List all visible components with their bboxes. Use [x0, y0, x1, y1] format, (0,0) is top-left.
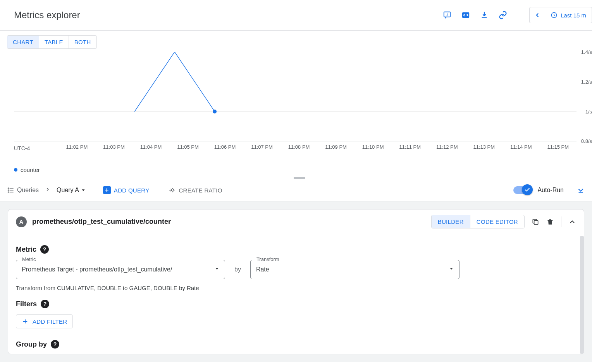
- download-icon[interactable]: [479, 10, 490, 21]
- y-tick: 1.4/s: [581, 49, 592, 55]
- svg-rect-18: [534, 220, 538, 224]
- legend-label: counter: [21, 167, 40, 173]
- auto-run-label: Auto-Run: [537, 187, 564, 194]
- metric-select[interactable]: Prometheus Target - prometheus/otlp_test…: [16, 260, 225, 279]
- chart-line: [14, 52, 577, 141]
- time-range-selector[interactable]: Last 15 m: [545, 7, 592, 23]
- queries-breadcrumb[interactable]: Queries: [7, 186, 39, 194]
- add-filter-button[interactable]: ADD FILTER: [16, 314, 73, 328]
- panel-title: A prometheus/otlp_test_cumulative/counte…: [16, 216, 171, 227]
- page-title: Metrics explorer: [14, 10, 80, 21]
- x-tick: 11:10 PM: [355, 144, 392, 150]
- collapse-icon[interactable]: [568, 218, 576, 226]
- x-tick: 11:12 PM: [429, 144, 466, 150]
- builder-option[interactable]: BUILDER: [432, 215, 470, 228]
- metric-section-label: Metric: [16, 246, 36, 254]
- time-range-label: Last 15 m: [561, 12, 586, 19]
- x-tick: 11:07 PM: [243, 144, 281, 150]
- active-query-dropdown[interactable]: Query A: [57, 187, 86, 194]
- query-badge: A: [16, 216, 27, 227]
- tab-table[interactable]: TABLE: [39, 36, 69, 48]
- auto-run-toggle[interactable]: [513, 186, 531, 194]
- x-tick: 11:04 PM: [133, 144, 170, 150]
- svg-point-13: [8, 188, 9, 189]
- add-filter-label: ADD FILTER: [33, 318, 67, 325]
- y-tick: 1.2/s: [581, 79, 592, 85]
- transform-select[interactable]: Rate: [250, 260, 459, 279]
- filters-section-label: Filters: [16, 300, 37, 308]
- svg-point-2: [447, 15, 447, 16]
- editor-mode-segment: BUILDER CODE EDITOR: [431, 215, 525, 228]
- chevron-right-icon: [45, 187, 50, 194]
- x-tick: 11:09 PM: [317, 144, 355, 150]
- svg-rect-4: [482, 17, 487, 18]
- chart-canvas: 1.4/s 1.2/s 1/s 0.8/s UTC-4 11:02 PM 11:…: [7, 52, 592, 153]
- svg-marker-16: [82, 189, 84, 191]
- x-tick: 11:13 PM: [465, 144, 503, 150]
- add-query-button[interactable]: + ADD QUERY: [100, 186, 153, 194]
- code-editor-option[interactable]: CODE EDITOR: [470, 215, 524, 228]
- svg-marker-20: [450, 268, 453, 270]
- link-icon[interactable]: [497, 10, 508, 21]
- collapse-all-icon[interactable]: [577, 186, 585, 194]
- x-tick: 11:03 PM: [95, 144, 133, 150]
- group-by-section-label: Group by: [16, 340, 47, 349]
- x-tick: 11:02 PM: [59, 144, 96, 150]
- chevron-down-icon: [214, 266, 220, 273]
- transform-field-label: Transform: [254, 256, 282, 262]
- x-tick: 11:11 PM: [391, 144, 429, 150]
- create-ratio-label: CREATE RATIO: [179, 187, 222, 194]
- chart-legend: counter: [7, 167, 592, 173]
- delete-icon[interactable]: [546, 218, 554, 226]
- panel-title-text: prometheus/otlp_test_cumulative/counter: [32, 218, 171, 226]
- y-tick: 1/s: [585, 109, 592, 115]
- x-tick: 11:05 PM: [169, 144, 207, 150]
- tab-both[interactable]: BOTH: [69, 36, 96, 48]
- by-label: by: [234, 266, 241, 273]
- header-actions: Last 15 m: [442, 7, 592, 23]
- svg-point-15: [8, 192, 9, 192]
- svg-point-6: [213, 110, 217, 113]
- divider: [570, 185, 570, 196]
- plus-icon: +: [103, 186, 111, 194]
- x-tick: 11:15 PM: [540, 144, 577, 150]
- feedback-icon[interactable]: [442, 10, 453, 21]
- legend-dot: [14, 168, 17, 172]
- tab-chart[interactable]: CHART: [7, 36, 39, 48]
- transform-value: Rate: [256, 266, 269, 273]
- help-icon[interactable]: ?: [40, 245, 49, 254]
- add-query-label: ADD QUERY: [114, 187, 150, 194]
- query-panel: A prometheus/otlp_test_cumulative/counte…: [8, 209, 584, 354]
- queries-text: Queries: [17, 187, 39, 194]
- active-query-label: Query A: [57, 187, 79, 194]
- time-back-button[interactable]: [530, 7, 545, 23]
- x-tick: 11:14 PM: [503, 144, 540, 150]
- metric-value: Prometheus Target - prometheus/otlp_test…: [22, 266, 172, 273]
- chevron-down-icon: [449, 266, 454, 273]
- create-ratio-button[interactable]: CREATE RATIO: [168, 186, 222, 194]
- copy-icon[interactable]: [532, 218, 539, 226]
- x-tick: 11:08 PM: [281, 144, 318, 150]
- code-icon[interactable]: [460, 10, 471, 21]
- help-icon[interactable]: ?: [41, 300, 49, 308]
- svg-point-14: [8, 190, 9, 191]
- x-tick: 11:06 PM: [207, 144, 244, 150]
- chart-view-tabs: CHART TABLE BOTH: [7, 35, 97, 49]
- y-tick: 0.8/s: [581, 138, 592, 144]
- transform-hint: Transform from CUMULATIVE, DOUBLE to GAU…: [16, 285, 576, 291]
- help-icon[interactable]: ?: [51, 340, 59, 349]
- metric-field-label: Metric: [20, 256, 38, 262]
- divider: [561, 216, 561, 227]
- svg-marker-19: [216, 268, 219, 270]
